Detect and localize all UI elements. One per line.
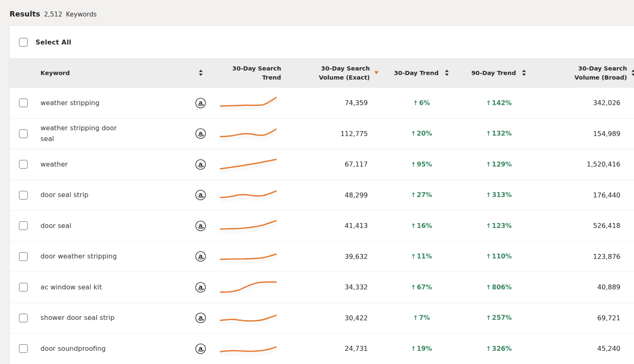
trend-90-value: 142% [492,99,512,107]
table-row: door seal strip a 48,299 ↑ 27% [9,180,634,211]
keyword-text: weather [40,159,68,170]
trend-90-badge: ↑ 129% [486,161,511,168]
sort-icon [522,70,526,76]
row-checkbox[interactable] [19,221,28,230]
table-row: weather stripping door seal a 112,775 ↑ [9,118,634,149]
table-row: door weather stripping a 39,632 ↑ [9,241,634,272]
trend-90-value: 313% [492,191,512,199]
select-all-label: Select All [35,38,71,46]
trend-up-icon: ↑ [486,314,491,322]
svg-text:a: a [199,283,202,290]
search-trend-sparkline [218,186,278,204]
sort-icon [199,70,203,76]
trend-90-badge: ↑ 110% [486,253,511,260]
volume-broad-value: 123,876 [593,253,620,261]
volume-broad-value: 69,721 [597,314,620,322]
volume-broad-value: 40,889 [597,283,620,291]
search-trend-sparkline [218,278,278,296]
trend-30-badge: ↑ 95% [411,161,432,168]
amazon-icon[interactable]: a [195,282,206,293]
volume-broad-value: 176,440 [593,191,620,199]
trend-30-badge: ↑ 16% [411,222,432,230]
volume-exact-value: 30,422 [345,314,368,322]
column-header-trend-90[interactable]: 90-Day Trend [461,58,537,87]
amazon-icon[interactable]: a [195,97,206,109]
amazon-icon[interactable]: a [195,128,206,139]
results-header: Results 2,512 Keywords [9,10,97,18]
trend-30-badge: ↑ 20% [411,130,432,137]
volume-exact-value: 67,117 [345,160,368,168]
amazon-icon[interactable]: a [195,343,206,355]
volume-exact-value: 74,359 [345,99,368,107]
select-all-checkbox[interactable] [19,38,28,47]
trend-up-icon: ↑ [411,222,416,230]
table-body: weather stripping a 74,359 ↑ 6% [9,87,634,364]
trend-90-value: 129% [492,161,512,168]
row-checkbox[interactable] [19,129,28,138]
row-checkbox[interactable] [19,314,28,322]
trend-30-value: 11% [417,253,432,260]
trend-up-icon: ↑ [486,345,491,352]
table-row: shower door seal strip a 30,422 ↑ [9,303,634,333]
trend-30-value: 19% [417,345,432,352]
column-header-keyword[interactable]: Keyword [34,58,190,87]
sort-desc-icon [374,71,379,75]
column-label: Keyword [40,68,70,77]
search-trend-sparkline [218,247,278,265]
column-header-keyword-sort[interactable] [190,58,211,87]
search-trend-sparkline [218,124,278,143]
trend-up-icon: ↑ [411,130,416,137]
amazon-icon[interactable]: a [195,220,206,232]
trend-30-value: 6% [419,99,430,107]
trend-30-value: 20% [417,130,432,137]
header-spacer [9,58,34,87]
column-header-volume-broad[interactable]: 30-Day Search Volume (Broad) [537,58,634,87]
volume-broad-value: 45,240 [597,345,620,352]
trend-90-badge: ↑ 806% [486,284,511,291]
keyword-text: door seal strip [40,190,88,200]
search-trend-sparkline [218,94,278,112]
column-label: Volume (Exact) [319,73,370,82]
trend-90-value: 257% [492,314,512,322]
sort-icon [631,70,634,76]
column-label: 30-Day Search [232,64,281,73]
trend-90-badge: ↑ 257% [486,314,511,322]
row-checkbox[interactable] [19,191,28,200]
sort-icon [445,70,449,76]
row-checkbox[interactable] [19,283,28,291]
trend-up-icon: ↑ [486,191,491,199]
column-header-trend-30[interactable]: 30-Day Trend [382,58,461,87]
trend-30-value: 95% [417,161,432,168]
row-checkbox[interactable] [19,252,28,261]
trend-up-icon: ↑ [486,222,491,230]
amazon-icon[interactable]: a [195,251,206,262]
trend-30-value: 7% [419,314,430,322]
column-label: 90-Day Trend [471,68,516,77]
volume-exact-value: 112,775 [341,130,368,138]
results-unit: Keywords [66,11,97,18]
trend-up-icon: ↑ [411,161,416,168]
keyword-text: shower door seal strip [40,312,115,323]
table-row: door seal a 41,413 ↑ 16% [9,210,634,241]
svg-text:a: a [199,191,202,198]
column-header-trend-chart[interactable]: 30-Day Search Trend [211,58,285,87]
row-checkbox[interactable] [19,160,28,169]
svg-text:a: a [199,130,202,136]
amazon-icon[interactable]: a [195,159,206,170]
keyword-text: weather stripping door seal [40,123,119,144]
row-checkbox[interactable] [19,344,28,353]
volume-broad-value: 154,989 [593,130,620,138]
row-checkbox[interactable] [19,99,28,107]
svg-text:a: a [199,160,202,167]
keyword-text: ac window seal kit [40,282,102,293]
table-row: ac window seal kit a 34,332 ↑ 67% [9,272,634,303]
column-header-volume-exact[interactable]: 30-Day Search Volume (Exact) [285,58,382,87]
table-header-row: Keyword 30-Day Search Trend 30-Day Searc… [9,58,634,87]
keyword-text: door seal [40,221,71,231]
keyword-text: weather stripping [40,98,99,108]
trend-90-value: 123% [492,222,512,230]
amazon-icon[interactable]: a [195,312,206,324]
svg-text:a: a [199,99,202,106]
amazon-icon[interactable]: a [195,189,206,201]
search-trend-sparkline [218,155,278,174]
